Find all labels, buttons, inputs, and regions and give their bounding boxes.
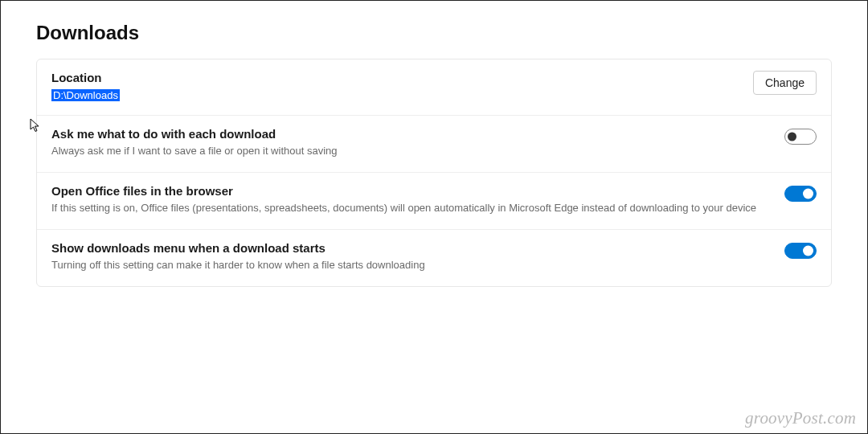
downloads-settings-card: Location D:\Downloads Change Ask me what… (36, 59, 832, 287)
location-path[interactable]: D:\Downloads (51, 89, 120, 101)
setting-description: Turning off this setting can make it har… (51, 258, 768, 273)
setting-description: Always ask me if I want to save a file o… (51, 144, 768, 159)
location-row: Location D:\Downloads Change (37, 59, 831, 115)
change-location-button[interactable]: Change (753, 71, 817, 95)
watermark: groovyPost.com (745, 408, 856, 428)
location-label: Location (51, 71, 737, 84)
open-office-files-row: Open Office files in the browser If this… (37, 172, 831, 229)
show-downloads-menu-row: Show downloads menu when a download star… (37, 229, 831, 286)
setting-description: If this setting is on, Office files (pre… (51, 201, 768, 216)
setting-title: Show downloads menu when a download star… (51, 241, 768, 255)
ask-each-download-row: Ask me what to do with each download Alw… (37, 115, 831, 172)
setting-title: Ask me what to do with each download (51, 127, 768, 141)
open-office-files-toggle[interactable] (784, 186, 817, 202)
ask-each-download-toggle[interactable] (784, 129, 817, 145)
page-title: Downloads (36, 22, 832, 44)
setting-title: Open Office files in the browser (51, 184, 768, 198)
show-downloads-menu-toggle[interactable] (784, 243, 817, 259)
